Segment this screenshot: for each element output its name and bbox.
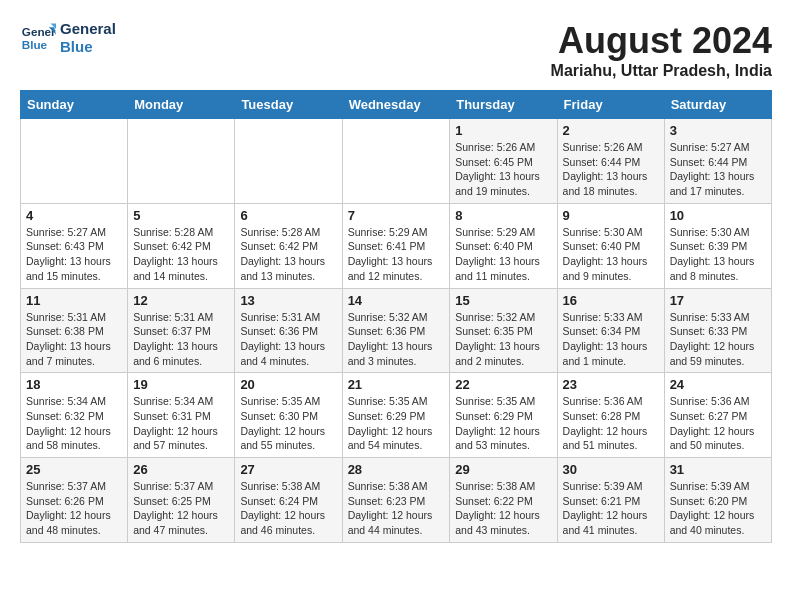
day-number: 9 (563, 208, 659, 223)
svg-text:Blue: Blue (22, 38, 48, 51)
calendar-cell: 31Sunrise: 5:39 AM Sunset: 6:20 PM Dayli… (664, 458, 771, 543)
title-section: August 2024 Mariahu, Uttar Pradesh, Indi… (551, 20, 772, 80)
location-subtitle: Mariahu, Uttar Pradesh, India (551, 62, 772, 80)
calendar-cell: 10Sunrise: 5:30 AM Sunset: 6:39 PM Dayli… (664, 203, 771, 288)
day-number: 19 (133, 377, 229, 392)
day-info: Sunrise: 5:35 AM Sunset: 6:29 PM Dayligh… (348, 394, 445, 453)
day-info: Sunrise: 5:26 AM Sunset: 6:44 PM Dayligh… (563, 140, 659, 199)
calendar-cell: 30Sunrise: 5:39 AM Sunset: 6:21 PM Dayli… (557, 458, 664, 543)
calendar-cell: 28Sunrise: 5:38 AM Sunset: 6:23 PM Dayli… (342, 458, 450, 543)
day-info: Sunrise: 5:31 AM Sunset: 6:36 PM Dayligh… (240, 310, 336, 369)
day-info: Sunrise: 5:31 AM Sunset: 6:37 PM Dayligh… (133, 310, 229, 369)
calendar-cell: 11Sunrise: 5:31 AM Sunset: 6:38 PM Dayli… (21, 288, 128, 373)
calendar-cell: 25Sunrise: 5:37 AM Sunset: 6:26 PM Dayli… (21, 458, 128, 543)
logo-general: General (60, 20, 116, 38)
day-info: Sunrise: 5:29 AM Sunset: 6:40 PM Dayligh… (455, 225, 551, 284)
calendar-header-row: SundayMondayTuesdayWednesdayThursdayFrid… (21, 91, 772, 119)
calendar-cell: 17Sunrise: 5:33 AM Sunset: 6:33 PM Dayli… (664, 288, 771, 373)
day-number: 20 (240, 377, 336, 392)
day-info: Sunrise: 5:33 AM Sunset: 6:34 PM Dayligh… (563, 310, 659, 369)
svg-text:General: General (22, 25, 56, 38)
day-number: 27 (240, 462, 336, 477)
calendar-week-row: 25Sunrise: 5:37 AM Sunset: 6:26 PM Dayli… (21, 458, 772, 543)
logo-icon: General Blue (20, 20, 56, 56)
day-number: 8 (455, 208, 551, 223)
day-info: Sunrise: 5:26 AM Sunset: 6:45 PM Dayligh… (455, 140, 551, 199)
day-header-friday: Friday (557, 91, 664, 119)
logo-blue: Blue (60, 38, 116, 56)
calendar-cell: 24Sunrise: 5:36 AM Sunset: 6:27 PM Dayli… (664, 373, 771, 458)
calendar-cell: 22Sunrise: 5:35 AM Sunset: 6:29 PM Dayli… (450, 373, 557, 458)
day-number: 3 (670, 123, 766, 138)
day-info: Sunrise: 5:35 AM Sunset: 6:30 PM Dayligh… (240, 394, 336, 453)
logo: General Blue General Blue (20, 20, 116, 56)
calendar-cell: 8Sunrise: 5:29 AM Sunset: 6:40 PM Daylig… (450, 203, 557, 288)
day-info: Sunrise: 5:38 AM Sunset: 6:24 PM Dayligh… (240, 479, 336, 538)
calendar-cell: 4Sunrise: 5:27 AM Sunset: 6:43 PM Daylig… (21, 203, 128, 288)
day-number: 31 (670, 462, 766, 477)
calendar-cell: 15Sunrise: 5:32 AM Sunset: 6:35 PM Dayli… (450, 288, 557, 373)
day-number: 10 (670, 208, 766, 223)
day-header-wednesday: Wednesday (342, 91, 450, 119)
day-info: Sunrise: 5:37 AM Sunset: 6:26 PM Dayligh… (26, 479, 122, 538)
day-number: 7 (348, 208, 445, 223)
calendar-cell: 2Sunrise: 5:26 AM Sunset: 6:44 PM Daylig… (557, 119, 664, 204)
day-info: Sunrise: 5:31 AM Sunset: 6:38 PM Dayligh… (26, 310, 122, 369)
day-info: Sunrise: 5:38 AM Sunset: 6:22 PM Dayligh… (455, 479, 551, 538)
calendar-cell (342, 119, 450, 204)
calendar-cell: 29Sunrise: 5:38 AM Sunset: 6:22 PM Dayli… (450, 458, 557, 543)
calendar-cell: 20Sunrise: 5:35 AM Sunset: 6:30 PM Dayli… (235, 373, 342, 458)
calendar-week-row: 18Sunrise: 5:34 AM Sunset: 6:32 PM Dayli… (21, 373, 772, 458)
day-info: Sunrise: 5:36 AM Sunset: 6:28 PM Dayligh… (563, 394, 659, 453)
day-header-thursday: Thursday (450, 91, 557, 119)
header: General Blue General Blue August 2024 Ma… (20, 20, 772, 80)
day-info: Sunrise: 5:27 AM Sunset: 6:43 PM Dayligh… (26, 225, 122, 284)
calendar-cell: 6Sunrise: 5:28 AM Sunset: 6:42 PM Daylig… (235, 203, 342, 288)
calendar-cell (128, 119, 235, 204)
day-info: Sunrise: 5:32 AM Sunset: 6:36 PM Dayligh… (348, 310, 445, 369)
day-number: 1 (455, 123, 551, 138)
day-info: Sunrise: 5:34 AM Sunset: 6:31 PM Dayligh… (133, 394, 229, 453)
calendar-cell: 23Sunrise: 5:36 AM Sunset: 6:28 PM Dayli… (557, 373, 664, 458)
day-number: 23 (563, 377, 659, 392)
day-info: Sunrise: 5:30 AM Sunset: 6:40 PM Dayligh… (563, 225, 659, 284)
day-number: 22 (455, 377, 551, 392)
day-number: 18 (26, 377, 122, 392)
day-info: Sunrise: 5:36 AM Sunset: 6:27 PM Dayligh… (670, 394, 766, 453)
calendar-week-row: 1Sunrise: 5:26 AM Sunset: 6:45 PM Daylig… (21, 119, 772, 204)
day-number: 14 (348, 293, 445, 308)
day-number: 2 (563, 123, 659, 138)
calendar-table: SundayMondayTuesdayWednesdayThursdayFrid… (20, 90, 772, 543)
day-header-saturday: Saturday (664, 91, 771, 119)
calendar-cell: 14Sunrise: 5:32 AM Sunset: 6:36 PM Dayli… (342, 288, 450, 373)
month-year-title: August 2024 (551, 20, 772, 62)
calendar-cell: 16Sunrise: 5:33 AM Sunset: 6:34 PM Dayli… (557, 288, 664, 373)
calendar-cell: 18Sunrise: 5:34 AM Sunset: 6:32 PM Dayli… (21, 373, 128, 458)
day-number: 17 (670, 293, 766, 308)
calendar-cell (235, 119, 342, 204)
calendar-cell: 13Sunrise: 5:31 AM Sunset: 6:36 PM Dayli… (235, 288, 342, 373)
day-number: 4 (26, 208, 122, 223)
day-info: Sunrise: 5:32 AM Sunset: 6:35 PM Dayligh… (455, 310, 551, 369)
day-info: Sunrise: 5:35 AM Sunset: 6:29 PM Dayligh… (455, 394, 551, 453)
day-number: 26 (133, 462, 229, 477)
day-info: Sunrise: 5:34 AM Sunset: 6:32 PM Dayligh… (26, 394, 122, 453)
day-header-sunday: Sunday (21, 91, 128, 119)
calendar-cell: 3Sunrise: 5:27 AM Sunset: 6:44 PM Daylig… (664, 119, 771, 204)
day-info: Sunrise: 5:38 AM Sunset: 6:23 PM Dayligh… (348, 479, 445, 538)
day-info: Sunrise: 5:30 AM Sunset: 6:39 PM Dayligh… (670, 225, 766, 284)
calendar-cell: 27Sunrise: 5:38 AM Sunset: 6:24 PM Dayli… (235, 458, 342, 543)
day-info: Sunrise: 5:29 AM Sunset: 6:41 PM Dayligh… (348, 225, 445, 284)
day-number: 29 (455, 462, 551, 477)
day-info: Sunrise: 5:27 AM Sunset: 6:44 PM Dayligh… (670, 140, 766, 199)
calendar-week-row: 4Sunrise: 5:27 AM Sunset: 6:43 PM Daylig… (21, 203, 772, 288)
day-number: 12 (133, 293, 229, 308)
calendar-cell: 1Sunrise: 5:26 AM Sunset: 6:45 PM Daylig… (450, 119, 557, 204)
calendar-cell: 9Sunrise: 5:30 AM Sunset: 6:40 PM Daylig… (557, 203, 664, 288)
day-info: Sunrise: 5:39 AM Sunset: 6:21 PM Dayligh… (563, 479, 659, 538)
day-number: 13 (240, 293, 336, 308)
day-number: 5 (133, 208, 229, 223)
calendar-week-row: 11Sunrise: 5:31 AM Sunset: 6:38 PM Dayli… (21, 288, 772, 373)
day-number: 28 (348, 462, 445, 477)
day-number: 24 (670, 377, 766, 392)
